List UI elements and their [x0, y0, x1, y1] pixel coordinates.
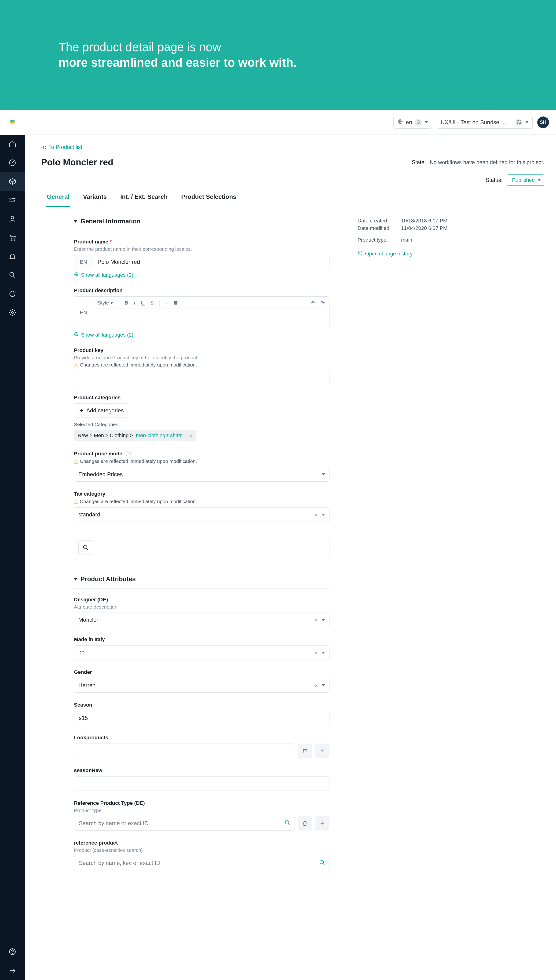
rail-home[interactable]	[0, 135, 25, 153]
info-icon[interactable]: i	[126, 451, 131, 456]
product-key-warning: △Changes are reflected immediately upon …	[74, 362, 330, 368]
product-name-label: Product name*	[74, 239, 330, 245]
remove-category-icon[interactable]	[189, 432, 192, 438]
user-search-icon	[8, 271, 16, 279]
rail-customers[interactable]	[0, 210, 25, 228]
tab-product-selections[interactable]: Product Selections	[180, 190, 237, 207]
category-path: New > Men > Clothing >	[78, 432, 133, 438]
section-toggle-general-info[interactable]: General Information	[74, 218, 330, 225]
category-leaf[interactable]: men-clothing-t-shirts	[136, 432, 183, 438]
lookproducts-delete-button[interactable]	[297, 743, 312, 758]
project-name: UX/UI - Test on Sunrise …	[441, 119, 513, 126]
divider	[74, 230, 330, 231]
seasonnew-input[interactable]	[74, 776, 330, 791]
ref-product-type-add-button[interactable]: +	[315, 816, 330, 830]
tax-category-select[interactable]: standard	[74, 507, 330, 522]
tab-search[interactable]: Int. / Ext. Search	[120, 190, 168, 207]
section-toggle-attributes[interactable]: Product Attributes	[74, 575, 330, 583]
logo-icon	[8, 118, 16, 126]
product-key-hint: Provide a unique Product key to help ide…	[74, 355, 330, 360]
designer-select[interactable]: Moncler	[74, 612, 330, 627]
lookproducts-input[interactable]	[74, 743, 295, 758]
rt-strike-button[interactable]: S	[150, 300, 154, 306]
product-key-input[interactable]	[74, 371, 330, 385]
globe-icon	[74, 332, 79, 338]
svg-point-7	[11, 311, 14, 314]
warning-icon: △	[74, 498, 78, 505]
status-label: Status:	[486, 177, 503, 184]
svg-point-3	[11, 216, 14, 219]
rt-style-dropdown[interactable]: Style ▾	[98, 300, 113, 306]
tab-variants[interactable]: Variants	[82, 190, 108, 207]
rail-collapse[interactable]	[0, 961, 25, 980]
ref-product-type-label: Reference Product Type (DE)	[74, 800, 330, 806]
chevron-down-icon	[322, 514, 325, 516]
created-label: Date created:	[357, 218, 398, 224]
clear-icon[interactable]	[315, 682, 318, 688]
banner-line2: more streamlined and easier to work with…	[58, 56, 296, 69]
svg-point-5	[14, 240, 15, 241]
ref-product-type-search[interactable]	[74, 816, 295, 830]
made-in-italy-select[interactable]: no	[74, 645, 330, 660]
tax-category-warning: △Changes are reflected immediately upon …	[74, 498, 330, 505]
rail-search[interactable]	[0, 266, 25, 284]
season-input[interactable]	[74, 711, 330, 725]
ref-product-type-delete-button[interactable]	[297, 816, 312, 830]
clear-icon[interactable]	[315, 511, 318, 518]
chevron-down-icon	[322, 619, 325, 621]
rt-redo-button[interactable]	[320, 300, 325, 306]
svg-point-13	[83, 545, 87, 549]
show-all-languages-description[interactable]: Show all languages (2)	[74, 332, 133, 338]
language-switcher[interactable]: en 3	[393, 116, 432, 129]
rt-bold-button[interactable]: B	[124, 300, 128, 306]
gender-select[interactable]: Herren	[74, 678, 330, 693]
project-switcher[interactable]: UX/UI - Test on Sunrise … 72	[436, 116, 533, 129]
user-avatar[interactable]: SH	[537, 116, 549, 128]
globe-icon	[74, 272, 79, 278]
globe-icon	[398, 119, 403, 126]
seasonnew-label: seasonNew	[74, 767, 330, 774]
divider	[74, 588, 330, 589]
back-to-list-link[interactable]: To Product list	[41, 144, 82, 150]
add-categories-button[interactable]: +Add categories	[74, 403, 129, 417]
product-type-label: Product type:	[357, 237, 398, 243]
plus-icon: +	[320, 747, 324, 754]
rt-undo-button[interactable]	[310, 300, 315, 306]
rail-dashboard[interactable]	[0, 153, 25, 172]
rail-sync[interactable]	[0, 284, 25, 303]
chevron-down-icon	[538, 179, 541, 181]
rt-underline-button[interactable]: U	[141, 300, 145, 306]
rail-discounts[interactable]	[0, 247, 25, 266]
state-row: State: No workflows have been defined fo…	[412, 159, 544, 166]
rail-orders[interactable]	[0, 228, 25, 247]
lookproducts-add-button[interactable]: +	[315, 743, 330, 758]
status-dropdown[interactable]: Published	[507, 174, 544, 186]
brand-logo[interactable]	[0, 110, 25, 135]
clear-icon[interactable]	[315, 649, 318, 656]
rail-categories[interactable]	[0, 191, 25, 210]
ref-product-search[interactable]	[74, 856, 330, 870]
open-change-history-link[interactable]: Open change history	[357, 250, 412, 257]
cart-icon	[8, 234, 16, 242]
rt-italic-button[interactable]: I	[134, 300, 135, 306]
rail-products[interactable]	[0, 172, 25, 191]
tab-general[interactable]: General	[46, 190, 70, 207]
attribute-search-button[interactable]	[78, 540, 93, 555]
rt-number-list-button[interactable]	[174, 300, 178, 306]
rail-help[interactable]	[0, 942, 25, 961]
product-name-input[interactable]	[93, 255, 330, 269]
product-description-editor[interactable]: EN Style ▾ B I U S	[74, 297, 330, 329]
clear-icon[interactable]	[315, 617, 318, 623]
rail-settings[interactable]	[0, 303, 25, 322]
price-mode-warning: △Changes are reflected immediately upon …	[74, 458, 330, 464]
svg-point-15	[320, 860, 323, 864]
refresh-icon	[8, 290, 16, 298]
show-all-languages-name[interactable]: Show all languages (2)	[74, 272, 133, 278]
price-mode-select[interactable]: Embedded Prices	[74, 467, 330, 482]
topbar: en 3 UX/UI - Test on Sunrise … 72 SH	[25, 110, 556, 135]
history-icon	[357, 250, 363, 257]
chevron-down-icon	[322, 473, 325, 475]
project-count: 72	[516, 119, 522, 126]
product-type-link[interactable]: main	[401, 237, 412, 243]
rt-bullet-list-button[interactable]	[165, 300, 168, 306]
